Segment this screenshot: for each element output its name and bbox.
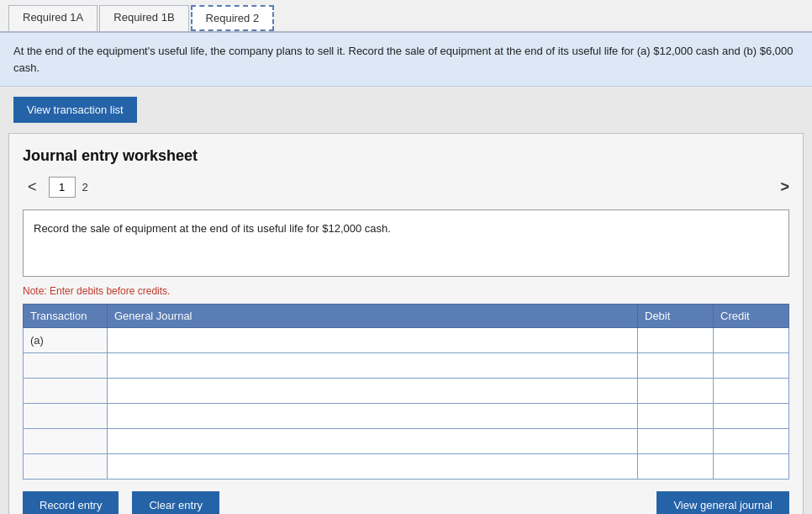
tabs-bar: Required 1A Required 1B Required 2 (0, 0, 812, 33)
next-arrow[interactable]: > (780, 178, 789, 196)
debit-input[interactable] (638, 404, 713, 428)
general-journal-input[interactable] (108, 328, 637, 352)
credit-input[interactable] (714, 454, 788, 479)
general-journal-input[interactable] (108, 454, 637, 479)
general-journal-input[interactable] (108, 429, 637, 453)
debit-cell[interactable] (638, 429, 714, 454)
general-journal-cell[interactable] (108, 429, 638, 454)
credit-input[interactable] (714, 353, 788, 378)
table-row (24, 353, 789, 379)
transaction-cell (24, 404, 108, 429)
debit-input[interactable] (638, 454, 713, 479)
record-entry-button[interactable]: Record entry (23, 491, 119, 514)
col-header-general-journal: General Journal (108, 305, 638, 328)
bottom-buttons: Record entry Clear entry View general jo… (23, 491, 789, 514)
debit-input[interactable] (638, 429, 713, 453)
tab-required-1b[interactable]: Required 1B (99, 5, 188, 31)
view-transaction-button[interactable]: View transaction list (13, 97, 137, 123)
credit-cell[interactable] (714, 379, 789, 404)
debit-cell[interactable] (638, 404, 714, 429)
col-header-transaction: Transaction (24, 305, 108, 328)
view-general-journal-button[interactable]: View general journal (656, 491, 789, 514)
transaction-cell (24, 353, 108, 379)
navigation-row: < 1 2 > (23, 177, 789, 198)
debit-cell[interactable] (638, 379, 714, 404)
credit-cell[interactable] (714, 328, 789, 353)
prev-arrow[interactable]: < (23, 177, 42, 198)
general-journal-input[interactable] (108, 404, 637, 428)
table-row (24, 404, 789, 429)
debit-input[interactable] (638, 379, 713, 403)
credit-cell[interactable] (714, 454, 789, 480)
debit-input[interactable] (638, 328, 713, 352)
current-page-box: 1 (49, 177, 76, 198)
debit-cell[interactable] (638, 454, 714, 480)
credit-input[interactable] (714, 404, 788, 428)
journal-entry-worksheet: Journal entry worksheet < 1 2 > Record t… (8, 133, 804, 514)
debit-input[interactable] (638, 353, 713, 378)
note-text: Note: Enter debits before credits. (23, 285, 789, 297)
credit-input[interactable] (714, 429, 788, 453)
worksheet-title: Journal entry worksheet (23, 147, 789, 165)
transaction-cell (24, 429, 108, 454)
general-journal-cell[interactable] (108, 379, 638, 404)
general-journal-cell[interactable] (108, 353, 638, 379)
transaction-cell: (a) (24, 328, 108, 353)
general-journal-input[interactable] (108, 353, 637, 378)
general-journal-cell[interactable] (108, 328, 638, 353)
table-row (24, 454, 789, 480)
credit-cell[interactable] (714, 353, 789, 379)
table-row: (a) (24, 328, 789, 353)
debit-cell[interactable] (638, 353, 714, 379)
col-header-credit: Credit (714, 305, 789, 328)
tab-required-2[interactable]: Required 2 (191, 5, 275, 31)
credit-input[interactable] (714, 379, 788, 403)
table-row (24, 429, 789, 454)
credit-cell[interactable] (714, 404, 789, 429)
clear-entry-button[interactable]: Clear entry (132, 491, 219, 514)
general-journal-input[interactable] (108, 379, 637, 403)
table-row (24, 379, 789, 404)
description-box: Record the sale of equipment at the end … (23, 209, 789, 277)
general-journal-cell[interactable] (108, 404, 638, 429)
transaction-cell (24, 379, 108, 404)
debit-cell[interactable] (638, 328, 714, 353)
col-header-debit: Debit (638, 305, 714, 328)
info-banner: At the end of the equipment's useful lif… (0, 33, 812, 87)
journal-table: Transaction General Journal Debit Credit… (23, 304, 789, 480)
credit-cell[interactable] (714, 429, 789, 454)
transaction-cell (24, 454, 108, 480)
next-page-number[interactable]: 2 (82, 181, 88, 193)
general-journal-cell[interactable] (108, 454, 638, 480)
tab-required-1a[interactable]: Required 1A (8, 5, 98, 31)
credit-input[interactable] (714, 328, 788, 352)
